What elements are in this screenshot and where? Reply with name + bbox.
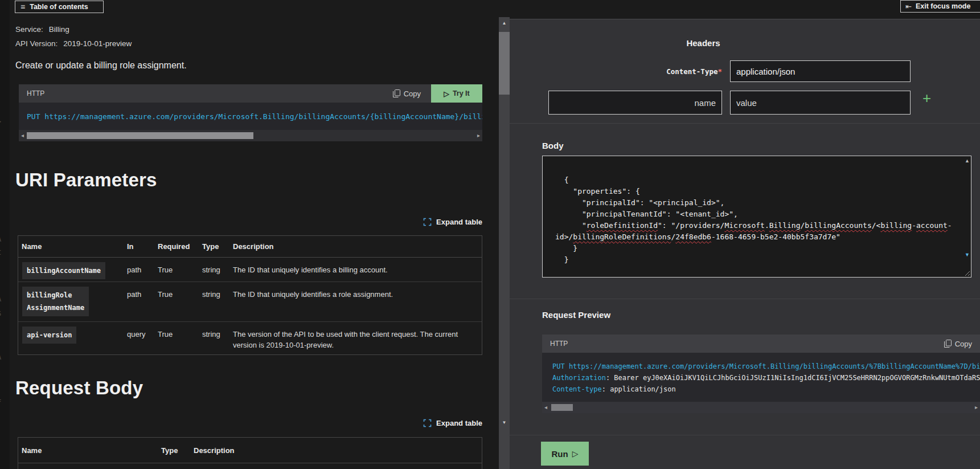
table-of-contents-button[interactable]: ≡ Table of contents <box>15 1 104 13</box>
expand-icon <box>423 419 432 427</box>
table-header-row: Name In Required Type Description <box>18 236 482 258</box>
copy-icon <box>944 340 952 348</box>
body-section-title: Body <box>542 141 564 150</box>
request-body-table: Name Type Description <box>18 437 482 469</box>
play-outline-icon: ▷ <box>572 449 579 458</box>
table-row: billingRole AssignmentName path True str… <box>18 282 482 321</box>
run-button[interactable]: Run ▷ <box>541 442 589 466</box>
scrollbar-thumb[interactable] <box>499 32 510 95</box>
code-language-label: HTTP <box>27 89 393 97</box>
resize-grip-icon[interactable] <box>964 270 970 276</box>
copy-button[interactable]: Copy <box>393 89 421 98</box>
code-block-header: HTTP Copy <box>542 335 980 353</box>
table-row: api-version query True string The versio… <box>18 321 482 354</box>
request-preview-code: PUT https://management.azure.com/provide… <box>542 353 980 402</box>
header-value-input[interactable] <box>730 91 911 115</box>
request-preview-code-block: HTTP Copy PUT https://management.azure.c… <box>542 335 980 413</box>
scroll-right-icon[interactable]: ▸ <box>975 403 978 411</box>
app-root: >ACASAF ≡ Table of contents ⇤ Exit focus… <box>0 0 980 469</box>
scroll-left-icon[interactable]: ◂ <box>544 403 547 411</box>
expand-table-button-body[interactable]: Expand table <box>19 419 482 427</box>
request-body-title: Request Body <box>15 377 143 399</box>
expand-icon <box>423 218 432 226</box>
request-preview-title: Request Preview <box>542 310 610 320</box>
exit-focus-button[interactable]: ⇤ Exit focus mode <box>900 0 980 13</box>
api-version-label: API Version: <box>15 39 58 48</box>
table-header-row: Name Type Description <box>18 438 482 463</box>
code-block-header: HTTP Copy ▷ Try It <box>19 84 482 103</box>
scroll-up-icon[interactable]: ▲ <box>499 21 510 26</box>
param-name-chip: billingRole AssignmentName <box>22 287 89 316</box>
code-horizontal-scrollbar[interactable]: ◂ ▸ <box>19 130 482 141</box>
api-version-value: 2019-10-01-preview <box>63 39 132 48</box>
content-type-label: Content-Type* <box>567 67 722 76</box>
exit-focus-icon: ⇤ <box>905 2 912 11</box>
scroll-up-icon[interactable]: ▲ <box>965 158 970 164</box>
expand-table-button-uri[interactable]: Expand table <box>19 218 482 226</box>
section-divider <box>510 299 980 299</box>
collapsed-toc-edge: >ACASAF <box>0 0 10 469</box>
scrollbar-thumb[interactable] <box>27 132 253 139</box>
scroll-down-icon[interactable]: ▼ <box>965 252 970 258</box>
play-outline-icon: ▷ <box>444 89 449 98</box>
body-textarea[interactable]: { "properties": { "principalId": "<princ… <box>542 156 971 278</box>
api-version-line: API Version:2019-10-01-preview <box>15 39 132 48</box>
code-language-label: HTTP <box>550 340 944 348</box>
headers-section-title: Headers <box>663 38 743 48</box>
toc-button-label: Table of contents <box>30 3 88 11</box>
uri-parameters-title: URI Parameters <box>15 169 157 191</box>
request-url-code: PUT https://management.azure.com/provide… <box>19 103 482 130</box>
scrollbar-thumb[interactable] <box>551 404 573 411</box>
table-row: billingAccountName path True string The … <box>18 258 482 282</box>
service-line: Service:Billing <box>15 25 69 34</box>
copy-icon <box>393 89 400 97</box>
header-name-input[interactable] <box>548 91 722 115</box>
required-asterisk: * <box>717 67 722 76</box>
uri-parameters-table: Name In Required Type Description billin… <box>18 235 482 355</box>
content-type-input[interactable] <box>730 60 911 82</box>
param-name-chip: billingAccountName <box>22 262 105 279</box>
section-divider <box>510 435 980 435</box>
try-it-button[interactable]: ▷ Try It <box>431 84 482 103</box>
doc-vertical-scrollbar[interactable]: ▲ ▼ <box>499 17 510 469</box>
try-it-console-panel: Headers Content-Type* + Body { "properti… <box>510 19 980 469</box>
request-url-code-block: HTTP Copy ▷ Try It PUT https://managemen… <box>19 84 482 141</box>
exit-focus-label: Exit focus mode <box>916 2 971 10</box>
service-value: Billing <box>49 25 69 34</box>
add-header-button[interactable]: + <box>922 92 931 104</box>
section-divider <box>510 123 980 124</box>
scroll-down-icon[interactable]: ▼ <box>499 420 510 425</box>
service-label: Service: <box>15 25 43 34</box>
scroll-left-icon[interactable]: ◂ <box>21 132 24 140</box>
operation-description: Create or update a billing role assignme… <box>15 60 187 71</box>
scroll-right-icon[interactable]: ▸ <box>477 132 480 140</box>
preview-horizontal-scrollbar[interactable]: ◂ ▸ <box>542 402 980 413</box>
hamburger-icon: ≡ <box>20 2 25 11</box>
param-name-chip: api-version <box>22 327 76 344</box>
copy-button[interactable]: Copy <box>944 340 972 348</box>
body-json-content: { "properties": { "principalId": "<princ… <box>543 156 971 266</box>
